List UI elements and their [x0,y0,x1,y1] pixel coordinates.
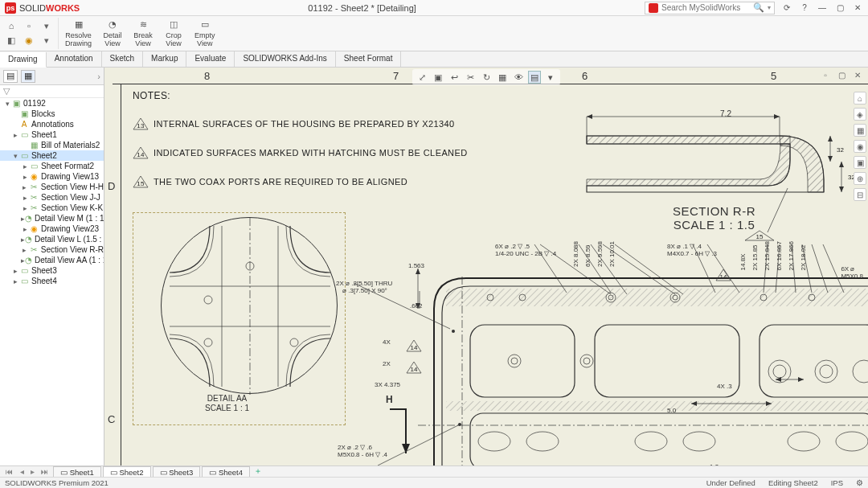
sheet-tab-active[interactable]: ▭ Sheet2 [103,466,151,478]
sheet-tab[interactable]: ▭ Sheet1 [53,466,101,478]
side-tool-2[interactable]: ◈ [854,108,866,121]
zoom-area-icon[interactable]: ▣ [432,71,444,84]
svg-point-60 [788,432,820,451]
svg-marker-18 [774,114,780,119]
options-icon[interactable]: ▾ [40,34,53,47]
search-input[interactable] [661,3,750,12]
display-style-icon[interactable]: ▦ [496,71,509,84]
side-tool-1[interactable]: ⌂ [854,92,866,105]
mdi-restore-icon[interactable]: ▢ [836,69,847,80]
svg-point-52 [815,360,837,383]
tab-drawing[interactable]: Drawing [0,52,47,68]
svg-rect-33 [470,325,575,397]
tree-item[interactable]: ▸▭Sheet Format2 [0,161,104,171]
sheet-tab[interactable]: ▭ Sheet4 [202,466,250,478]
mdi-min-icon[interactable]: ▫ [820,69,831,80]
break-view-button[interactable]: ≋ Break View [129,18,158,49]
resolve-drawing-button[interactable]: ▦ Resolve Drawing [60,18,96,49]
tree-item-active-sheet[interactable]: ▾▭Sheet2 [0,150,104,161]
left-border [121,84,121,477]
open-icon[interactable]: ▾ [40,19,53,32]
fm-tab-display[interactable]: ▦ [21,70,35,83]
minimize-button[interactable]: — [817,2,828,14]
detail-aa-label: DETAIL AA SCALE 1 : 1 [205,394,249,413]
prev-view-icon[interactable]: ↩ [448,71,461,84]
tree-item[interactable]: ▸▭Sheet3 [0,265,104,276]
tree-item[interactable]: ▸▭Sheet1 [0,129,104,140]
tab-annotation[interactable]: Annotation [47,51,102,67]
mdi-close-icon[interactable]: ✕ [852,69,863,80]
status-bar: SOLIDWORKS Premium 2021 Under Defined Ed… [0,477,868,488]
tree-item[interactable]: ▸✂Section View R-R [0,244,104,255]
edit-sketch-icon[interactable]: ▤ [528,71,541,84]
drawing-canvas[interactable]: ⤢ ▣ ↩ ✂ ↻ ▦ 👁 ▤ ▾ ▫ ▢ ✕ ︿ ⌂ ◈ ▦ ◉ ▣ ⊕ ⊟ [104,68,868,477]
home-icon[interactable]: ⌂ [5,19,18,32]
updates-icon[interactable]: ⟳ [781,2,792,14]
tree-item[interactable]: ▣Blocks [0,109,104,119]
svg-rect-37 [446,289,868,306]
rotate-icon[interactable]: ↻ [480,71,493,84]
tree-item[interactable]: ▸✂Section View H-H [0,182,104,192]
status-gear-icon[interactable]: ⚙ [856,478,863,487]
side-tool-6[interactable]: ⊕ [854,172,866,185]
restore-button[interactable]: ▢ [834,2,845,14]
empty-view-button[interactable]: ▭ Empty View [190,18,220,49]
tree-item[interactable]: ▸◉Drawing View23 [0,223,104,234]
tab-sheet-format[interactable]: Sheet Format [336,51,402,67]
note-line: 13 INTERNAL SURFACES OF THE HOUSING BE P… [133,117,468,130]
tree-item[interactable]: ▸▭Sheet4 [0,276,104,286]
tab-sketch[interactable]: Sketch [102,51,144,67]
hide-show-icon[interactable]: 👁 [512,71,525,84]
tree-item[interactable]: AAnnotations [0,119,104,129]
fm-tab-tree[interactable]: ▤ [3,70,18,83]
search-icon[interactable]: 🔍 [753,2,764,13]
feature-tree[interactable]: ▾▣01192 ▣Blocks AAnnotations ▸▭Sheet1 ▦B… [0,98,104,477]
status-units[interactable]: IPS [831,478,843,487]
svg-point-80 [452,330,455,333]
tree-item[interactable]: ▸◔Detail View M (1 : 1) [0,213,104,223]
section-icon[interactable]: ✂ [464,71,477,84]
notes-block: NOTES: 13 INTERNAL SURFACES OF THE HOUSI… [133,90,468,204]
dim-y2: .602 [410,302,423,310]
flag-icon: 13 [133,117,149,130]
svg-marker-27 [839,187,844,192]
tree-item[interactable]: ▦Bill of Materials2 [0,140,104,150]
side-tool-7[interactable]: ⊟ [854,188,866,201]
sheet-nav-last[interactable]: ⏭ [39,467,51,476]
new-doc-icon[interactable]: ▫ [23,19,35,32]
search-dropdown-icon[interactable]: ▾ [768,4,771,11]
ribbon: ⌂ ▫ ▾ ◧ ◉ ▾ ▦ Resolve Drawing ◔ Detail V… [0,16,868,51]
zoom-fit-icon[interactable]: ⤢ [416,71,428,84]
tree-item[interactable]: ▸✂Section View J-J [0,192,104,203]
fm-collapse-icon[interactable]: › [97,72,100,81]
filter-icon[interactable]: ▽ [3,86,10,96]
tree-root[interactable]: ▾▣01192 [0,98,104,109]
svg-point-55 [820,365,833,378]
svg-point-59 [683,432,715,451]
tree-item[interactable]: ▸◔Detail View AA (1 : 1) [0,255,104,265]
save-icon[interactable]: ◧ [5,34,18,47]
tree-item[interactable]: ▸◉Drawing View13 [0,171,104,182]
search-ds-icon [649,3,658,13]
sheet-add-icon[interactable]: ＋ [252,466,264,477]
print-icon[interactable]: ◉ [23,34,35,47]
side-tool-4[interactable]: ◉ [854,140,866,153]
detail-view-button[interactable]: ◔ Detail View [98,18,127,49]
side-tool-3[interactable]: ▦ [854,124,866,137]
heads-up-toolbar: ⤢ ▣ ↩ ✂ ↻ ▦ 👁 ▤ ▾ [412,69,560,85]
sheet-nav-first[interactable]: ⏮ [3,467,16,476]
sheet-tab[interactable]: ▭ Sheet3 [153,466,201,478]
sheet-nav-next[interactable]: ▸ [28,467,37,476]
crop-view-button[interactable]: ◫ Crop View [159,18,188,49]
tree-item[interactable]: ▸◔Detail View L (1.5 : 1) [0,234,104,244]
tree-item[interactable]: ▸✂Section View K-K [0,203,104,213]
tab-markup[interactable]: Markup [143,51,186,67]
search-box[interactable]: 🔍 ▾ [645,2,775,14]
side-tool-5[interactable]: ▣ [854,156,866,169]
more-icon[interactable]: ▾ [544,71,557,84]
tab-evaluate[interactable]: Evaluate [186,51,235,67]
help-icon[interactable]: ? [799,2,810,14]
sheet-nav-prev[interactable]: ◂ [18,467,27,476]
close-button[interactable]: ✕ [852,2,863,14]
tab-addins[interactable]: SOLIDWORKS Add-Ins [235,51,335,67]
